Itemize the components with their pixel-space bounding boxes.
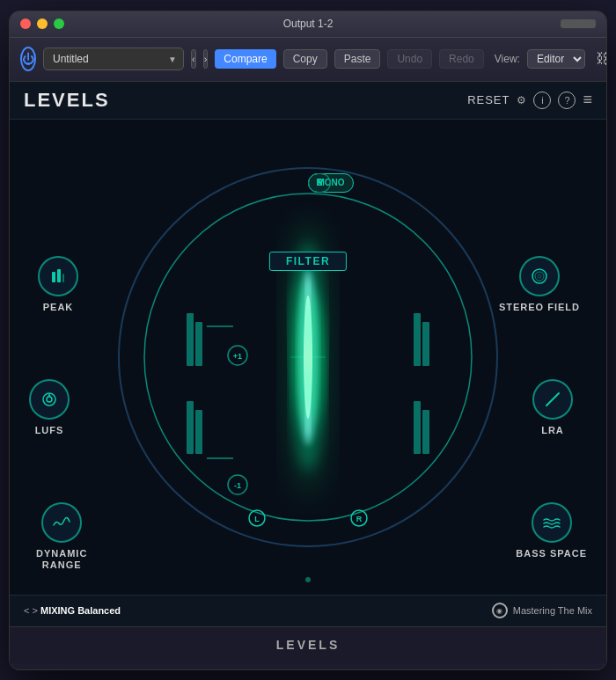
svg-rect-9 [422,410,429,454]
svg-point-38 [538,274,541,278]
visualizer-svg: +1 -1 L R [88,137,528,577]
svg-text:L: L [254,515,260,523]
svg-rect-32 [57,269,61,282]
svg-rect-5 [422,322,429,366]
svg-point-35 [47,397,52,402]
plugin-main: +1 -1 L R [10,120,606,595]
svg-point-1 [144,194,472,521]
minimize-button[interactable] [37,18,48,29]
undo-button[interactable]: Undo [387,49,432,69]
svg-rect-2 [187,313,194,366]
settings-icon[interactable]: ⚙ [517,94,526,106]
svg-text:R: R [356,515,363,523]
menu-icon[interactable]: ≡ [583,91,592,109]
svg-point-15 [228,475,247,494]
bottom-indicator [305,577,311,582]
lufs-module[interactable]: LUFS [29,379,70,435]
peak-icon [38,256,78,296]
mode-value: Balanced [77,605,121,616]
redo-button[interactable]: Redo [439,49,484,69]
info-icon[interactable]: i [533,91,551,109]
maximize-button[interactable] [54,18,64,29]
nav-back-button[interactable]: ‹ [191,49,196,69]
preset-select[interactable]: Untitled [43,48,184,70]
svg-text:+1: +1 [233,352,242,361]
lufs-icon [29,379,70,420]
filter-box[interactable]: FILTER [269,252,347,271]
footer-brand: ◉ Mastering The Mix [492,603,592,618]
svg-point-29 [288,277,325,419]
plugin-footer: < > MIXING Balanced ◉ Mastering The Mix [10,595,606,626]
svg-rect-3 [195,322,202,366]
title-bar: Output 1-2 [10,11,606,38]
lra-icon [532,379,573,420]
svg-point-24 [290,243,326,472]
svg-rect-33 [62,274,64,282]
power-button[interactable]: ⏻ [20,47,36,71]
footer-mode: < > MIXING Balanced [24,605,121,616]
app-footer-label: LEVELS [276,638,340,652]
svg-point-28 [305,366,311,436]
svg-point-26 [304,296,312,419]
copy-button[interactable]: Copy [283,49,327,69]
paste-button[interactable]: Paste [334,49,381,69]
app-footer: LEVELS [10,626,606,663]
brand-logo: ◉ [492,603,508,618]
help-icon[interactable]: ? [558,91,576,109]
plugin-title: LEVELS [24,89,110,112]
window-controls [20,18,64,29]
svg-point-36 [532,269,546,283]
lra-module[interactable]: LRA [532,379,573,435]
plugin-header: LEVELS RESET ⚙ i ? ≡ [10,82,606,120]
mode-label: MIXING [40,605,75,616]
svg-line-39 [546,393,559,406]
svg-rect-31 [52,272,55,282]
dynamic-range-module[interactable]: DYNAMIC RANGE [36,502,87,571]
reset-label[interactable]: RESET [467,93,510,106]
nav-forward-button[interactable]: › [203,49,209,69]
svg-point-27 [305,278,311,348]
peak-module[interactable]: PEAK [38,256,78,312]
dynamic-label-1: DYNAMIC [36,548,87,559]
lra-label: LRA [541,425,564,435]
bass-space-icon [532,502,572,543]
svg-point-19 [351,510,367,526]
svg-point-25 [297,269,319,445]
svg-rect-4 [414,313,421,366]
svg-point-37 [535,272,544,281]
bass-space-module[interactable]: BASS SPACE [516,502,587,559]
compare-button[interactable]: Compare [215,49,275,69]
svg-rect-8 [414,401,421,454]
close-button[interactable] [20,18,31,29]
link-icon[interactable]: ⛓ [596,51,607,67]
svg-text:-1: -1 [234,481,241,490]
dynamic-range-icon [41,502,82,543]
window-title: Output 1-2 [283,18,334,30]
preset-wrapper: Untitled ▼ [43,48,184,70]
stereo-field-icon [519,256,560,296]
view-label: View: [495,53,520,65]
bass-space-label: BASS SPACE [516,548,587,559]
svg-point-17 [249,510,265,526]
stereo-field-label: STEREO FIELD [499,302,580,312]
toolbar: ⏻ Untitled ▼ ‹ › Compare Copy Paste Undo… [10,38,606,82]
title-bar-right-control[interactable] [561,19,596,28]
brand-name: Mastering The Mix [513,605,592,616]
svg-rect-6 [187,401,194,454]
view-select[interactable]: Editor [527,49,585,69]
peak-label: PEAK [43,302,74,312]
dynamic-label-2: RANGE [42,559,82,571]
svg-point-0 [119,168,497,546]
channel-s-button[interactable]: S [308,173,331,193]
plugin-controls: RESET ⚙ i ? ≡ [467,91,592,109]
lufs-label: LUFS [35,425,64,435]
stereo-field-module[interactable]: STEREO FIELD [499,256,580,312]
svg-rect-7 [195,410,202,454]
svg-point-13 [228,346,247,365]
svg-point-30 [291,295,328,436]
main-window: Output 1-2 ⏻ Untitled ▼ ‹ › Compare Copy… [9,11,607,670]
